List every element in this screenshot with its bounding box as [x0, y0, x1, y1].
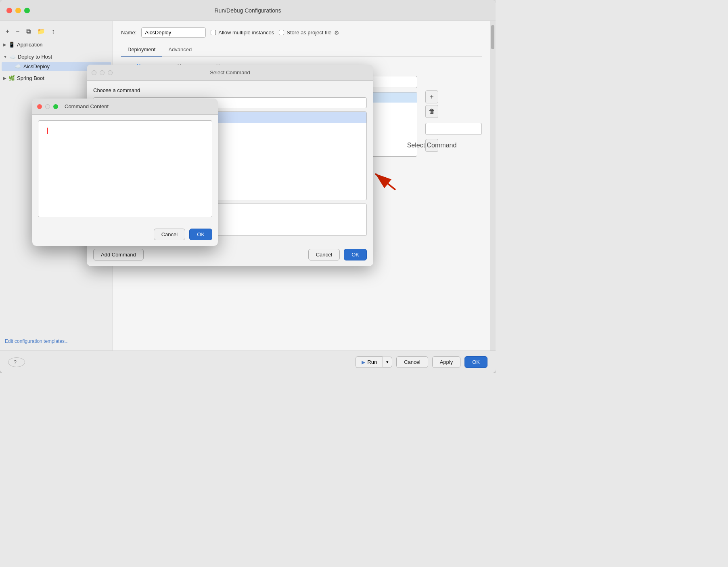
window-title: Run/Debug Configurations: [215, 7, 281, 14]
select-command-min-btn[interactable]: [100, 70, 105, 75]
name-input[interactable]: [141, 27, 206, 38]
store-project-group: Store as project file ⚙: [279, 29, 339, 36]
copy-config-button[interactable]: ⧉: [25, 27, 32, 36]
sidebar-group-application: ▶ 📱 Application: [0, 39, 113, 50]
select-command-cancel-btn[interactable]: Cancel: [308, 249, 340, 260]
cancel-main-button[interactable]: Cancel: [396, 356, 428, 368]
springboot-icon: 🌿: [8, 74, 15, 82]
select-command-dialog-title: Select Command: [210, 69, 250, 76]
store-project-checkbox[interactable]: [279, 30, 284, 35]
name-label: Name:: [121, 29, 136, 36]
command-content-title-bar: Command Content: [32, 99, 218, 115]
allow-multiple-label: Allow multiple instances: [218, 29, 274, 36]
allow-multiple-checkbox[interactable]: [211, 30, 216, 35]
select-command-title-bar: Select Command: [87, 65, 373, 81]
list-add-button[interactable]: +: [425, 90, 438, 103]
maximize-button[interactable]: [24, 8, 30, 13]
store-project-label: Store as project file: [287, 29, 331, 36]
command-content-dialog: Command Content Cancel OK: [32, 99, 218, 246]
command-content-max-btn[interactable]: [53, 104, 58, 109]
deploy-item-icon: ☁️: [15, 63, 21, 69]
tab-advanced[interactable]: Advanced: [162, 43, 198, 57]
apply-button[interactable]: Apply: [432, 356, 461, 368]
scrollbar-thumb[interactable]: [491, 25, 494, 49]
sidebar-group-deploy-label: Deploy to Host: [18, 54, 52, 60]
command-content-footer: Cancel OK: [32, 225, 218, 246]
select-command-ok-btn[interactable]: OK: [344, 249, 367, 260]
list-delete-button[interactable]: 🗑: [425, 105, 438, 118]
command-content-body: [32, 115, 218, 225]
command-content-textarea[interactable]: [38, 120, 212, 217]
bottom-bar: ? ▶ Run ▾ Cancel Apply OK: [0, 351, 496, 373]
tab-deployment[interactable]: Deployment: [121, 43, 162, 57]
run-triangle-icon: ▶: [362, 359, 365, 365]
command-content-cancel-btn[interactable]: Cancel: [154, 229, 185, 240]
select-command-max-btn[interactable]: [108, 70, 113, 75]
select-command-subtitle: Choose a command: [93, 87, 367, 93]
title-bar: Run/Debug Configurations: [0, 0, 496, 21]
run-button-label: Run: [367, 359, 377, 365]
scrollbar-track: [490, 21, 496, 351]
run-dropdown-button[interactable]: ▾: [383, 357, 392, 368]
chevron-right-icon-2: ▶: [3, 76, 6, 80]
sidebar-item-aicsdeploy-label: AicsDeploy: [23, 63, 50, 69]
command-extra-input[interactable]: [425, 123, 482, 135]
application-icon: 📱: [8, 41, 15, 48]
command-content-title: Command Content: [65, 103, 109, 109]
right-actions: + 🗑 Select Command: [421, 76, 482, 152]
sidebar-group-springboot-label: Spring Boot: [17, 75, 44, 81]
add-command-button[interactable]: Add Command: [93, 249, 144, 260]
tabs: Deployment Advanced: [121, 43, 482, 57]
text-cursor: [47, 128, 48, 134]
gear-icon[interactable]: ⚙: [334, 29, 339, 36]
deploy-icon: ☁️: [9, 53, 16, 60]
remove-config-button[interactable]: −: [14, 27, 21, 36]
chevron-right-icon: ▶: [3, 42, 6, 47]
sidebar-group-application-label: Application: [17, 42, 43, 48]
command-content-min-btn[interactable]: [45, 104, 50, 109]
command-content-ok-btn[interactable]: OK: [189, 229, 212, 240]
run-btn-group: ▶ Run ▾: [356, 356, 392, 368]
select-command-button[interactable]: Select Command: [425, 139, 438, 152]
add-config-button[interactable]: +: [4, 27, 11, 36]
run-button[interactable]: ▶ Run: [356, 356, 383, 368]
help-button[interactable]: ?: [8, 357, 25, 367]
sidebar-footer-link[interactable]: Edit configuration templates...: [0, 335, 113, 347]
name-row: Name: Allow multiple instances Store as …: [121, 27, 482, 38]
sidebar-group-header-deploy[interactable]: ▼ ☁️ Deploy to Host: [0, 51, 113, 62]
minimize-button[interactable]: [15, 8, 21, 13]
allow-multiple-group: Allow multiple instances: [211, 29, 274, 36]
chevron-down-icon: ▼: [3, 55, 7, 59]
title-bar-buttons: [6, 8, 30, 13]
command-content-close-btn[interactable]: [37, 104, 42, 109]
sidebar-toolbar: + − ⧉ 📁 ↕: [0, 24, 113, 38]
select-command-close-btn[interactable]: [92, 70, 96, 75]
folder-config-button[interactable]: 📁: [36, 27, 47, 36]
sort-config-button[interactable]: ↕: [50, 27, 56, 36]
sidebar-group-header-application[interactable]: ▶ 📱 Application: [0, 39, 113, 50]
ok-main-button[interactable]: OK: [464, 356, 487, 368]
select-command-footer: Add Command Cancel OK: [87, 244, 373, 266]
close-button[interactable]: [6, 8, 12, 13]
